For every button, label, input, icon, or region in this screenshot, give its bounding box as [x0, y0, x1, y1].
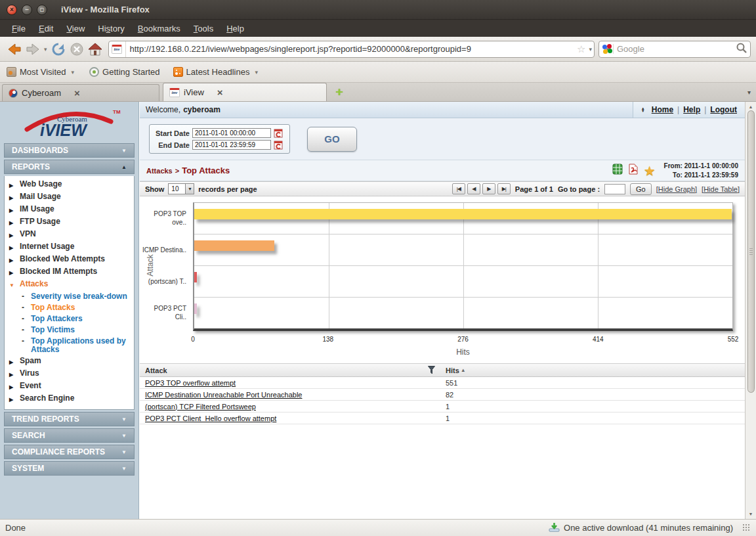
menu-bookmarks[interactable]: Bookmarks — [131, 22, 187, 35]
menu-file[interactable]: File — [5, 22, 32, 35]
sidebar-item-blocked-im-attempts[interactable]: ▶Blocked IM Attempts — [5, 266, 134, 279]
window-close-icon[interactable] — [7, 5, 17, 15]
bookmark-getting-started[interactable]: Getting Started — [89, 67, 159, 77]
sidebar-item-mail-usage[interactable]: ▶Mail Usage — [5, 191, 134, 204]
sidebar-section-search[interactable]: SEARCH▼ — [4, 428, 135, 443]
attack-link[interactable]: (portscan) TCP Filtered Portsweep — [145, 403, 256, 411]
sidebar-section-dashboards[interactable]: DASHBOARDS▼ — [4, 143, 135, 158]
tab-close-icon[interactable]: × — [74, 88, 80, 98]
bookmark-latest-headlines[interactable]: Latest Headlines▾ — [173, 67, 260, 77]
sidebar-item-blocked-web-attempts[interactable]: ▶Blocked Web Attempts — [5, 254, 134, 266]
sidebar-section-system[interactable]: SYSTEM▼ — [4, 461, 135, 476]
bookmark-most-visited[interactable]: Most Visited▾ — [7, 67, 76, 77]
search-input[interactable] — [613, 44, 736, 54]
attack-link[interactable]: POP3 PCT Client_Hello overflow attempt — [145, 414, 276, 422]
tab-iview[interactable]: iView× — [163, 83, 327, 101]
back-icon[interactable] — [5, 40, 24, 58]
search-box[interactable]: ▾ — [598, 41, 751, 58]
window-maximize-icon[interactable] — [37, 5, 47, 15]
sidebar-item-top-applications-used-by-attacks[interactable]: -Top Applications used by Attacks — [5, 336, 134, 355]
tab-cyberoam[interactable]: Cyberoam× — [2, 84, 159, 101]
sidebar-item-attacks[interactable]: ▼Attacks — [5, 279, 134, 291]
scroll-down-icon[interactable]: ▼ — [749, 510, 753, 519]
sidebar-item-spam[interactable]: ▶Spam — [5, 355, 134, 368]
filter-icon[interactable] — [428, 366, 435, 374]
url-bar[interactable]: ☆ ▾ — [108, 41, 595, 58]
download-status[interactable]: One active download (41 minutes remainin… — [549, 522, 751, 534]
sidebar-item-internet-usage[interactable]: ▶Internet Usage — [5, 241, 134, 254]
most-visited-icon — [7, 67, 16, 77]
stop-icon[interactable] — [68, 40, 86, 58]
sidebar-item-im-usage[interactable]: ▶IM Usage — [5, 204, 134, 216]
menu-view[interactable]: View — [60, 22, 91, 35]
go-button[interactable]: GO — [307, 127, 357, 152]
list-all-tabs-icon[interactable]: ▾ — [747, 89, 751, 96]
url-input[interactable] — [126, 44, 576, 54]
bar-portscan-tcp-filtered-portsweep[interactable] — [194, 272, 197, 282]
sidebar-item-virus[interactable]: ▶Virus — [5, 368, 134, 380]
breadcrumb-parent[interactable]: Attacks — [146, 167, 173, 175]
page-scrollbar[interactable]: ▲ ▼ — [745, 102, 756, 519]
sidebar-item-web-usage[interactable]: ▶Web Usage — [5, 179, 134, 191]
menu-help[interactable]: Help — [220, 22, 251, 35]
search-magnifier-icon[interactable] — [736, 42, 747, 56]
calendar-icon[interactable] — [274, 128, 284, 138]
window-minimize-icon[interactable] — [22, 5, 32, 15]
export-actions: ★ From: 2011-1-1 00:00:00 To: 2011-1-1 2… — [612, 162, 738, 179]
start-date-input[interactable] — [192, 128, 271, 138]
scroll-up-icon[interactable]: ▲ — [749, 102, 753, 110]
sidebar-item-event[interactable]: ▶Event — [5, 380, 134, 393]
help-link[interactable]: Help — [683, 105, 700, 114]
bar-pop3-pct-client-hello-overflow-attempt[interactable] — [194, 303, 197, 314]
bar-icmp-destination-unreachable-port-unreachable[interactable] — [194, 240, 274, 251]
tab-close-icon[interactable]: × — [217, 87, 223, 97]
sidebar-section-reports[interactable]: REPORTS▲ — [4, 160, 135, 174]
first-page-button[interactable]: |◀ — [452, 183, 465, 194]
favorite-star-icon[interactable]: ★ — [644, 164, 656, 177]
last-page-button[interactable]: ▶| — [497, 183, 511, 194]
start-date-label: Start Date — [156, 129, 190, 137]
hide-table-link[interactable]: [Hide Table] — [702, 185, 740, 193]
goto-page-go-button[interactable]: Go — [630, 183, 652, 195]
sidebar-item-top-victims[interactable]: -Top Victims — [5, 324, 134, 336]
hide-graph-link[interactable]: [Hide Graph] — [656, 185, 697, 193]
sidebar-item-vpn[interactable]: ▶VPN — [5, 229, 134, 241]
goto-page-input[interactable] — [604, 184, 625, 194]
new-tab-icon[interactable]: + — [331, 85, 347, 99]
attack-column-header[interactable]: Attack — [145, 367, 167, 374]
menu-history[interactable]: History — [91, 22, 131, 35]
export-excel-icon[interactable] — [612, 164, 623, 177]
sidebar-section-compliance-reports[interactable]: COMPLIANCE REPORTS▼ — [4, 445, 135, 459]
home-link[interactable]: Home — [652, 105, 673, 114]
page-size-select[interactable]: 10 ▼ — [168, 183, 194, 194]
bar-pop3-top-overflow-attempt[interactable] — [194, 209, 732, 219]
bookmark-star-icon[interactable]: ☆ — [576, 43, 587, 55]
sidebar-section-trend-reports[interactable]: TREND REPORTS▼ — [4, 412, 135, 426]
home-icon[interactable] — [86, 40, 104, 58]
url-dropdown-icon[interactable]: ▾ — [587, 46, 594, 53]
logout-link[interactable]: Logout — [710, 105, 737, 114]
prev-page-button[interactable]: ◀ — [467, 183, 480, 194]
forward-icon[interactable] — [24, 40, 42, 58]
resize-grip-icon[interactable] — [742, 524, 751, 532]
next-page-button[interactable]: ▶ — [482, 183, 495, 194]
sidebar-item-top-attackers[interactable]: -Top Attackers — [5, 313, 134, 324]
menu-edit[interactable]: Edit — [32, 22, 60, 35]
collapse-header-icon[interactable]: ▲▼ — [641, 107, 645, 112]
export-pdf-icon[interactable] — [629, 164, 638, 177]
history-dropdown-icon[interactable]: ▾ — [42, 46, 49, 53]
scrollbar-thumb[interactable] — [747, 110, 755, 393]
iview-logo: TM Cyberoam iVIEW — [0, 102, 138, 141]
sidebar-item-ftp-usage[interactable]: ▶FTP Usage — [5, 216, 134, 229]
sidebar-item-search-engine[interactable]: ▶Search Engine — [5, 393, 134, 405]
page-size-dropdown-icon[interactable]: ▼ — [185, 184, 194, 194]
refresh-icon[interactable] — [49, 40, 68, 58]
attack-link[interactable]: POP3 TOP overflow attempt — [145, 379, 236, 387]
sidebar-item-severity-wise-break-down[interactable]: -Severity wise break-down — [5, 291, 134, 302]
attack-link[interactable]: ICMP Destination Unreachable Port Unreac… — [145, 391, 302, 399]
menu-tools[interactable]: Tools — [187, 22, 220, 35]
sidebar-item-top-attacks[interactable]: -Top Attacks — [5, 302, 134, 313]
calendar-icon[interactable] — [274, 140, 284, 150]
end-date-input[interactable] — [192, 140, 271, 150]
hits-column-header[interactable]: Hits ▴ — [440, 367, 745, 374]
